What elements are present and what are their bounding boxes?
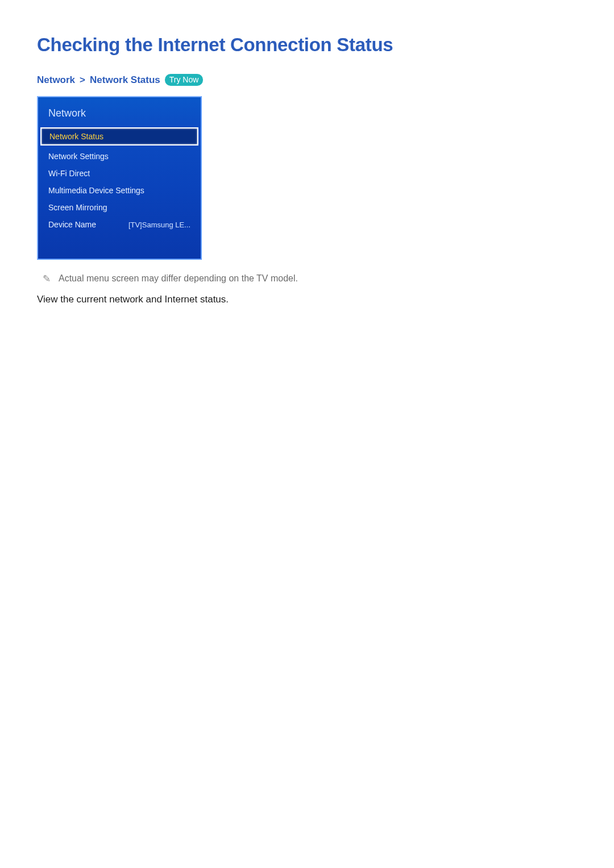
menu-item-device-name[interactable]: Device Name [TV]Samsung LE... [38,216,201,233]
menu-item-label: Network Status [49,132,103,141]
menu-item-network-settings[interactable]: Network Settings [38,148,201,165]
menu-header: Network [38,97,201,127]
menu-item-label: Network Settings [48,152,109,161]
menu-item-value: [TV]Samsung LE... [128,221,190,229]
network-menu-panel: Network Network Status Network Settings … [37,96,202,260]
menu-item-label: Screen Mirroring [48,203,107,212]
menu-item-label: Multimedia Device Settings [48,186,144,195]
note-row: ✎ Actual menu screen may differ dependin… [37,273,577,284]
note-text: Actual menu screen may differ depending … [59,273,298,284]
try-now-badge[interactable]: Try Now [165,74,204,86]
breadcrumb-network-status[interactable]: Network Status [90,74,160,86]
body-text: View the current network and Internet st… [37,294,577,305]
menu-item-wifi-direct[interactable]: Wi-Fi Direct [38,165,201,182]
page-title: Checking the Internet Connection Status [37,34,577,56]
menu-item-screen-mirroring[interactable]: Screen Mirroring [38,199,201,216]
menu-item-label: Wi-Fi Direct [48,169,90,178]
pencil-icon: ✎ [43,273,51,284]
breadcrumb-network[interactable]: Network [37,74,75,86]
breadcrumb: Network > Network Status Try Now [37,74,577,86]
breadcrumb-separator: > [80,74,85,86]
menu-item-label: Device Name [48,220,96,229]
menu-item-multimedia-device-settings[interactable]: Multimedia Device Settings [38,182,201,199]
menu-item-network-status[interactable]: Network Status [40,127,198,146]
